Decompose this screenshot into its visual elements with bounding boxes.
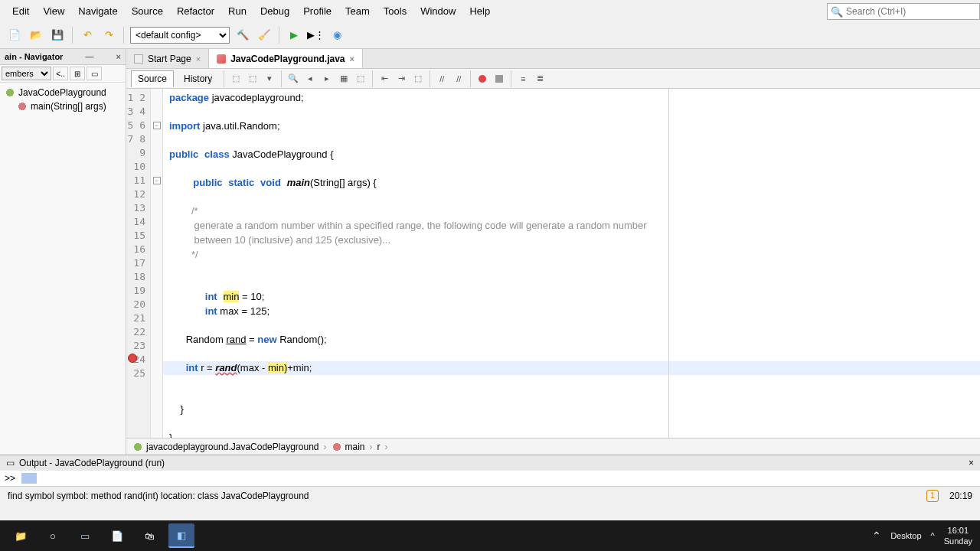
view1-icon[interactable]: ≡	[516, 72, 530, 86]
error-marker-icon[interactable]	[128, 354, 137, 363]
fold-box-icon[interactable]: −	[153, 177, 161, 184]
clean-build-icon[interactable]: 🧹	[256, 27, 273, 44]
chevron-right-icon: ›	[370, 442, 373, 452]
workspace: ain - Navigator — × embers <.. ⊞ ▭ JavaC…	[0, 49, 980, 455]
tray-overflow-icon[interactable]: ⌃	[872, 530, 881, 542]
new-file-icon[interactable]: 📄	[6, 27, 23, 44]
editor-toolbar: Source History ⬚ ⬚ ▾ 🔍 ◂ ▸ ▦ ⬚ ⇤ ⇥ ⬚ // …	[126, 69, 980, 89]
desktop-label[interactable]: Desktop	[890, 531, 921, 540]
record-macro-icon[interactable]	[475, 72, 489, 86]
debug-icon[interactable]: ▶⋮	[307, 27, 324, 44]
taskbar-notepad-icon[interactable]: 📄	[104, 523, 130, 548]
menu-window[interactable]: Window	[414, 3, 462, 19]
separator	[372, 70, 373, 87]
menu-run[interactable]: Run	[222, 3, 253, 19]
tab-start-page[interactable]: Start Page ×	[126, 49, 209, 68]
taskbar-store-icon[interactable]: 🛍	[136, 523, 162, 548]
menu-refactor[interactable]: Refactor	[171, 3, 220, 19]
close-icon[interactable]: ×	[969, 458, 974, 468]
menu-help[interactable]: Help	[463, 3, 496, 19]
tree-method-item[interactable]: main(String[] args)	[2, 99, 124, 113]
source-view[interactable]: Source	[131, 70, 174, 87]
toggle-rect-icon[interactable]: ⬚	[354, 72, 368, 86]
line-gutter: 1 2 3 4 5 6 7 8 9 10 11 12 13 14 15 16 1…	[126, 89, 151, 438]
taskbar-explorer-icon[interactable]: 📁	[8, 523, 34, 548]
menu-source[interactable]: Source	[126, 3, 169, 19]
sort-icon[interactable]: ⊞	[70, 67, 85, 80]
output-body[interactable]: >>	[0, 471, 980, 486]
tree-item-label: JavaCodePlayground	[18, 87, 106, 98]
open-project-icon[interactable]: 📂	[28, 27, 44, 44]
find-next-icon[interactable]: ▸	[320, 72, 334, 86]
page-icon	[134, 54, 143, 64]
class-icon	[132, 442, 143, 452]
tray-up-icon[interactable]: ^	[931, 531, 935, 540]
shift-right-icon[interactable]: ⇥	[394, 72, 408, 86]
chevron-right-icon: ›	[324, 442, 327, 452]
tab-java-file[interactable]: JavaCodePlayground.java ×	[209, 49, 363, 68]
run-config-select[interactable]: <default config>	[130, 27, 230, 44]
navigator-toolbar: embers <.. ⊞ ▭	[0, 65, 126, 83]
close-icon[interactable]: ×	[116, 52, 121, 61]
output-panel: ▭ Output - JavaCodePlayground (run) × >>	[0, 455, 980, 486]
menu-debug[interactable]: Debug	[254, 3, 296, 19]
members-filter[interactable]: embers	[2, 67, 51, 80]
menu-profile[interactable]: Profile	[297, 3, 338, 19]
run-icon[interactable]: ▶	[286, 27, 302, 44]
view2-icon[interactable]: ≣	[533, 72, 547, 86]
minimize-icon[interactable]: —	[85, 52, 93, 61]
menu-view[interactable]: View	[37, 3, 70, 19]
separator	[430, 70, 430, 87]
breadcrumb-var[interactable]: r	[377, 442, 381, 452]
history-view[interactable]: History	[177, 70, 219, 87]
taskbar-app-icon[interactable]: ▭	[72, 523, 98, 548]
code-editor[interactable]: package javacodeplayground; import java.…	[163, 89, 980, 438]
toggle-hl-icon[interactable]: ▦	[337, 72, 351, 86]
find-sel-icon[interactable]: 🔍	[286, 72, 300, 86]
breadcrumb-class[interactable]: javacodeplayground.JavaCodePlayground	[132, 442, 319, 452]
menu-team[interactable]: Team	[339, 3, 376, 19]
separator	[224, 70, 224, 87]
save-all-icon[interactable]: 💾	[49, 27, 66, 44]
notification-icon[interactable]: 1	[926, 490, 939, 502]
last-edit-icon[interactable]: ▾	[263, 72, 276, 86]
menu-tools[interactable]: Tools	[377, 3, 413, 19]
separator	[72, 27, 73, 44]
taskbar-clock[interactable]: 16:01 Sunday	[944, 525, 972, 546]
prev-edit-icon[interactable]: ⬚	[229, 72, 243, 86]
navigator-tree: JavaCodePlayground main(String[] args)	[0, 83, 126, 116]
close-icon[interactable]: ×	[196, 54, 201, 64]
main-toolbar: 📄 📂 💾 ↶ ↷ <default config> 🔨 🧹 ▶ ▶⋮ ◉	[0, 21, 980, 49]
profile-icon[interactable]: ◉	[328, 27, 345, 44]
taskbar-netbeans-icon[interactable]: ◧	[168, 523, 194, 548]
filter-icon[interactable]: <..	[53, 67, 68, 80]
breadcrumb-method[interactable]: main	[332, 442, 365, 452]
uncomment-icon[interactable]: //	[452, 72, 466, 86]
separator	[511, 70, 511, 87]
tab-label: Start Page	[148, 54, 191, 64]
tree-class-item[interactable]: JavaCodePlayground	[2, 86, 124, 99]
fold-gutter: −−	[151, 89, 163, 438]
output-header: ▭ Output - JavaCodePlayground (run) ×	[0, 455, 980, 471]
separator	[281, 70, 282, 87]
find-prev-icon[interactable]: ◂	[303, 72, 317, 86]
search-input[interactable]	[846, 6, 969, 17]
view-icon[interactable]: ▭	[87, 67, 102, 80]
editor-area: Start Page × JavaCodePlayground.java × S…	[126, 49, 980, 455]
menu-navigate[interactable]: Navigate	[72, 3, 123, 19]
shift-left-icon[interactable]: ⇤	[377, 72, 391, 86]
comment-icon[interactable]: //	[435, 72, 449, 86]
undo-icon[interactable]: ↶	[79, 27, 96, 44]
close-icon[interactable]: ×	[350, 54, 354, 64]
stop-macro-icon[interactable]	[492, 72, 506, 86]
taskbar-chrome-icon[interactable]: ○	[40, 523, 66, 548]
redo-icon[interactable]: ↷	[100, 27, 117, 44]
menu-edit[interactable]: Edit	[6, 3, 35, 19]
fold-box-icon[interactable]: −	[153, 122, 161, 129]
build-icon[interactable]: 🔨	[234, 27, 251, 44]
global-search[interactable]: 🔍	[827, 3, 980, 20]
macro-icon[interactable]: ⬚	[411, 72, 425, 86]
tree-item-label: main(String[] args)	[31, 101, 106, 112]
class-icon	[5, 87, 15, 98]
next-edit-icon[interactable]: ⬚	[246, 72, 260, 86]
